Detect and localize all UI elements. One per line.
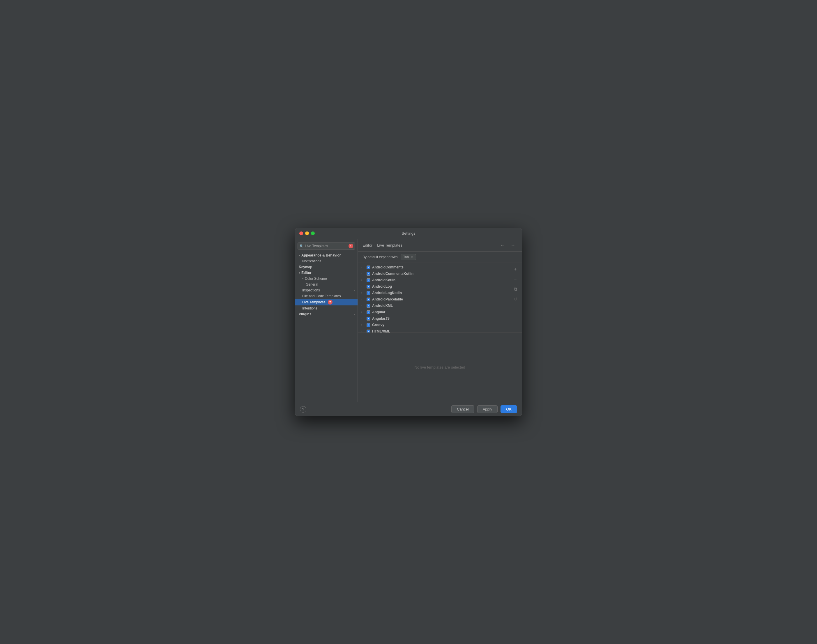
settings-icon: ▪ — [354, 289, 355, 292]
sidebar-item-live-templates[interactable]: Live Templates 2 — [295, 299, 357, 305]
chevron-icon: › — [361, 285, 365, 288]
settings-window: Settings 🔍 Live Templates 1 ▾ Appearance… — [295, 228, 522, 416]
item-label: AndroidComments — [372, 265, 403, 269]
chevron-icon: › — [361, 266, 365, 269]
search-box[interactable]: 🔍 Live Templates 1 — [297, 242, 355, 250]
titlebar: Settings — [295, 228, 522, 239]
chevron-icon: ▾ — [302, 277, 304, 280]
list-item[interactable]: › AndroidLogKotlin — [358, 290, 509, 296]
ok-button[interactable]: OK — [501, 405, 517, 413]
sidebar-item-general[interactable]: General — [295, 282, 357, 287]
list-item[interactable]: › AndroidComments — [358, 264, 509, 270]
list-item[interactable]: › AndroidXML — [358, 302, 509, 309]
chevron-icon: › — [361, 317, 365, 320]
checkbox-androidxml[interactable] — [366, 304, 370, 308]
list-item[interactable]: › AndroidKotlin — [358, 277, 509, 283]
live-templates-badge: 2 — [328, 300, 333, 305]
template-list: › AndroidComments › AndroidCommentsKotli… — [358, 263, 509, 333]
checkbox-angular[interactable] — [366, 310, 370, 314]
chevron-icon: › — [361, 304, 365, 307]
dialog-buttons: Cancel Apply OK — [451, 405, 517, 413]
copy-button[interactable]: ⧉ — [511, 285, 520, 293]
item-label: Groovy — [372, 323, 384, 327]
item-label: AndroidLog — [372, 284, 392, 288]
chevron-icon: › — [361, 272, 365, 275]
nav-back-button[interactable]: ← — [498, 242, 507, 248]
chevron-icon: › — [361, 324, 365, 327]
sidebar-item-plugins[interactable]: Plugins ▪ — [295, 311, 357, 317]
cancel-button[interactable]: Cancel — [451, 405, 474, 413]
checkbox-androidlog[interactable] — [366, 285, 370, 288]
chevron-icon: ▾ — [299, 271, 300, 274]
search-icon: 🔍 — [300, 244, 304, 248]
item-label: Angular — [372, 310, 385, 314]
main-header: Editor › Live Templates ← → — [358, 239, 522, 251]
chevron-icon: › — [361, 279, 365, 282]
help-button[interactable]: ? — [300, 406, 306, 412]
apply-button[interactable]: Apply — [477, 405, 498, 413]
breadcrumb-current: Live Templates — [377, 243, 402, 247]
nav-forward-button[interactable]: → — [509, 242, 517, 248]
item-label: AngularJS — [372, 316, 389, 320]
sidebar-item-inspections[interactable]: Inspections ▪ — [295, 287, 357, 293]
sidebar-item-appearance[interactable]: ▾ Appearance & Behavior — [295, 252, 357, 258]
traffic-lights — [299, 232, 315, 235]
sidebar-item-label: Notifications — [302, 259, 321, 263]
sidebar-item-keymap[interactable]: Keymap — [295, 264, 357, 270]
close-button[interactable] — [299, 232, 303, 235]
sidebar-item-label: General — [306, 282, 318, 287]
sidebar-item-label: Intentions — [302, 306, 317, 310]
expand-option: Tab — [403, 255, 409, 259]
list-area: › AndroidComments › AndroidCommentsKotli… — [358, 263, 522, 333]
checkbox-androidcommendskotlin[interactable] — [366, 272, 370, 276]
chevron-icon: › — [361, 298, 365, 301]
item-label: AndroidParcelable — [372, 297, 403, 301]
maximize-button[interactable] — [311, 232, 315, 235]
search-result-badge: 1 — [348, 244, 353, 248]
settings-icon: ▪ — [354, 313, 355, 316]
add-button[interactable]: + — [511, 265, 520, 273]
checkbox-androidparcelable[interactable] — [366, 297, 370, 301]
search-input[interactable]: Live Templates — [305, 244, 347, 248]
right-action-buttons: + − ⧉ ↺ — [509, 263, 522, 333]
list-item[interactable]: › AndroidCommentsKotlin — [358, 270, 509, 277]
no-selection-message: No live templates are selected — [358, 333, 522, 402]
sidebar-item-label: Editor — [301, 271, 311, 275]
list-item[interactable]: › AndroidParcelable — [358, 296, 509, 302]
list-item[interactable]: › HTML/XML — [358, 328, 509, 333]
list-item[interactable]: › Angular — [358, 309, 509, 315]
sidebar-item-label: File and Code Templates — [302, 294, 341, 298]
item-label: AndroidXML — [372, 304, 393, 308]
expand-label: By default expand with — [362, 255, 398, 259]
checkbox-angularjs[interactable] — [366, 317, 370, 320]
nav-buttons: ← → — [498, 242, 517, 248]
list-item[interactable]: › AndroidLog — [358, 283, 509, 290]
checkbox-htmlxml[interactable] — [366, 330, 370, 333]
sidebar-item-file-code-templates[interactable]: File and Code Templates — [295, 293, 357, 299]
sidebar-item-label: Live Templates — [302, 300, 325, 304]
sidebar-item-label: Keymap — [299, 265, 313, 269]
sidebar: 🔍 Live Templates 1 ▾ Appearance & Behavi… — [295, 239, 358, 402]
minimize-button[interactable] — [305, 232, 309, 235]
list-item[interactable]: › AngularJS — [358, 315, 509, 322]
breadcrumb-separator: › — [374, 243, 375, 247]
expand-select[interactable]: Tab ▼ — [401, 254, 416, 260]
checkbox-androidkotlin[interactable] — [366, 278, 370, 282]
item-label: AndroidLogKotlin — [372, 291, 402, 295]
sidebar-item-editor[interactable]: ▾ Editor — [295, 270, 357, 276]
remove-button[interactable]: − — [511, 275, 520, 283]
chevron-icon: › — [361, 311, 365, 314]
sidebar-item-color-scheme[interactable]: ▾ Color Scheme — [295, 276, 357, 282]
list-item[interactable]: › Groovy — [358, 322, 509, 328]
item-label: AndroidKotlin — [372, 278, 395, 282]
reset-button[interactable]: ↺ — [511, 295, 520, 303]
sidebar-item-intentions[interactable]: Intentions — [295, 305, 357, 311]
toolbar: By default expand with Tab ▼ — [358, 251, 522, 263]
dropdown-arrow-icon: ▼ — [411, 256, 414, 259]
checkbox-androidlogkotlin[interactable] — [366, 291, 370, 295]
item-label: AndroidCommentsKotlin — [372, 271, 414, 276]
sidebar-item-label: Inspections — [302, 288, 320, 292]
checkbox-androidcomments[interactable] — [366, 265, 370, 269]
checkbox-groovy[interactable] — [366, 323, 370, 327]
sidebar-item-notifications[interactable]: Notifications — [295, 258, 357, 264]
